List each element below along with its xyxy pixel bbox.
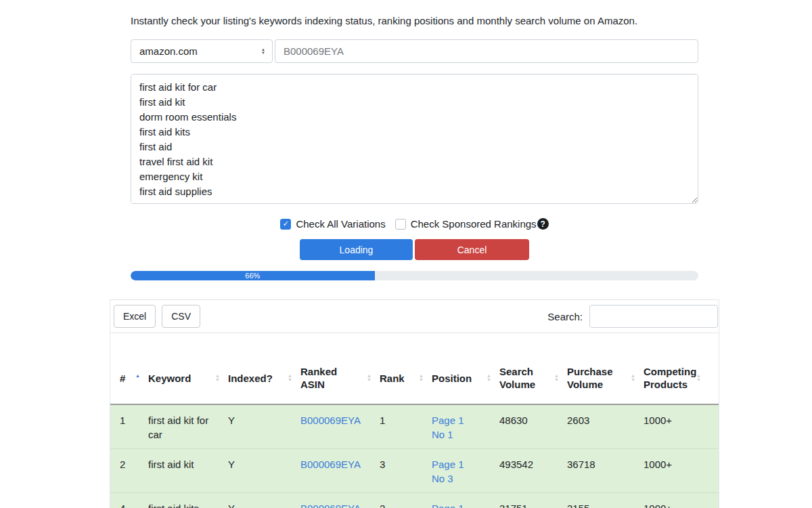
check-all-variations-label: Check All Variations xyxy=(296,218,385,230)
column-header-rank[interactable]: Rank ▲▼ xyxy=(380,372,432,385)
table-header-row: # ▲▼ Keyword ▲▼ Indexed? ▲▼ Ranked ASIN … xyxy=(110,333,719,405)
sort-icon: ▲▼ xyxy=(419,374,424,382)
position-link[interactable]: Page 1 xyxy=(432,457,493,471)
table-toolbar: Excel CSV Search: xyxy=(110,300,719,333)
check-sponsored-label: Check Sponsored Rankings xyxy=(411,218,537,230)
keywords-textarea[interactable]: first aid kit for car first aid kit dorm… xyxy=(131,74,698,204)
check-all-variations-checkbox[interactable]: ✓ xyxy=(280,219,291,230)
cell-competing-products: 1000+ xyxy=(644,501,709,508)
cell-competing-products: 1000+ xyxy=(644,457,709,486)
column-header-purchase-volume[interactable]: Purchase Volume ▲▼ xyxy=(567,365,644,391)
cell-keyword: first aid kit for car xyxy=(148,413,228,442)
column-header-num[interactable]: # ▲▼ xyxy=(120,372,148,385)
sort-icon: ▲▼ xyxy=(135,374,140,382)
cell-indexed: Y xyxy=(228,501,300,508)
select-arrows-icon: ▲▼ xyxy=(261,48,265,55)
cell-search-volume: 48630 xyxy=(499,413,567,442)
position-link[interactable]: Page 1 xyxy=(432,501,493,508)
progress-bar: 66% xyxy=(131,271,698,280)
cell-purchase-volume: 36718 xyxy=(567,457,644,486)
excel-export-button[interactable]: Excel xyxy=(114,305,156,328)
cell-keyword: first aid kit xyxy=(148,457,228,486)
cell-position: Page 1No 1 xyxy=(432,413,499,442)
column-header-position[interactable]: Position ▲▼ xyxy=(432,372,499,385)
asin-link[interactable]: B000069EYA xyxy=(300,415,361,426)
table-row: 2 first aid kit Y B000069EYA 3 Page 1No … xyxy=(110,448,719,492)
sort-icon: ▲▼ xyxy=(215,374,220,382)
column-header-competing-products[interactable]: Competing Products ▲▼ xyxy=(644,365,709,391)
sort-icon: ▲▼ xyxy=(487,374,491,382)
cancel-button[interactable]: Cancel xyxy=(415,239,529,260)
asin-link[interactable]: B000069EYA xyxy=(300,459,361,470)
cell-rank: 2 xyxy=(380,501,432,508)
cell-indexed: Y xyxy=(228,413,300,442)
check-icon: ✓ xyxy=(283,220,289,228)
cell-purchase-volume: 2603 xyxy=(567,413,644,442)
marketplace-select[interactable]: amazon.com ▲▼ xyxy=(131,39,273,63)
column-header-search-volume[interactable]: Search Volume ▲▼ xyxy=(499,365,567,391)
sort-icon: ▲▼ xyxy=(367,374,371,382)
keyword-check-form: Instantly check your listing's keywords … xyxy=(110,0,719,280)
marketplace-selected-value: amazon.com xyxy=(139,45,198,57)
table-body: 1 first aid kit for car Y B000069EYA 1 P… xyxy=(110,405,719,508)
cell-keyword: first aid kits xyxy=(148,501,228,508)
position-link[interactable]: Page 1 xyxy=(432,413,493,427)
asin-link[interactable]: B000069EYA xyxy=(300,503,361,508)
cell-indexed: Y xyxy=(228,457,300,486)
cell-competing-products: 1000+ xyxy=(644,413,709,442)
column-header-indexed[interactable]: Indexed? ▲▼ xyxy=(228,372,300,385)
search-label: Search: xyxy=(547,311,583,322)
csv-export-button[interactable]: CSV xyxy=(162,305,200,328)
main-container: Instantly check your listing's keywords … xyxy=(110,0,719,508)
sort-icon: ▲▼ xyxy=(631,374,635,382)
sort-icon: ▲▼ xyxy=(696,374,701,382)
loading-button[interactable]: Loading xyxy=(300,239,413,260)
intro-text: Instantly check your listing's keywords … xyxy=(131,15,698,26)
asin-input[interactable] xyxy=(275,39,698,63)
progress-fill: 66% xyxy=(131,271,375,280)
column-header-keyword[interactable]: Keyword ▲▼ xyxy=(148,372,228,385)
cell-rank: 1 xyxy=(380,413,432,442)
cell-purchase-volume: 3155 xyxy=(567,501,644,508)
check-sponsored-checkbox[interactable]: ✓ xyxy=(395,219,406,230)
sort-icon: ▲▼ xyxy=(288,374,292,382)
results-panel: Excel CSV Search: # ▲▼ Keyword ▲▼ Indexe… xyxy=(110,299,719,508)
cell-num: 4 xyxy=(120,501,148,508)
cell-position: Page 1No 3 xyxy=(432,457,499,486)
search-input[interactable] xyxy=(589,305,718,328)
cell-num: 1 xyxy=(120,413,148,442)
cell-position: Page 1 xyxy=(432,501,499,508)
help-icon[interactable]: ? xyxy=(537,218,549,230)
cell-search-volume: 31751 xyxy=(499,501,567,508)
table-row: 1 first aid kit for car Y B000069EYA 1 P… xyxy=(110,405,719,448)
sort-icon: ▲▼ xyxy=(554,374,559,382)
position-link[interactable]: No 1 xyxy=(432,427,493,442)
cell-search-volume: 493542 xyxy=(499,457,567,486)
cell-num: 2 xyxy=(120,457,148,486)
column-header-ranked-asin[interactable]: Ranked ASIN ▲▼ xyxy=(300,365,380,391)
cell-rank: 3 xyxy=(380,457,432,486)
table-row: 4 first aid kits Y B000069EYA 2 Page 1 3… xyxy=(110,492,719,508)
position-link[interactable]: No 3 xyxy=(432,471,493,486)
results-table: # ▲▼ Keyword ▲▼ Indexed? ▲▼ Ranked ASIN … xyxy=(110,333,719,508)
